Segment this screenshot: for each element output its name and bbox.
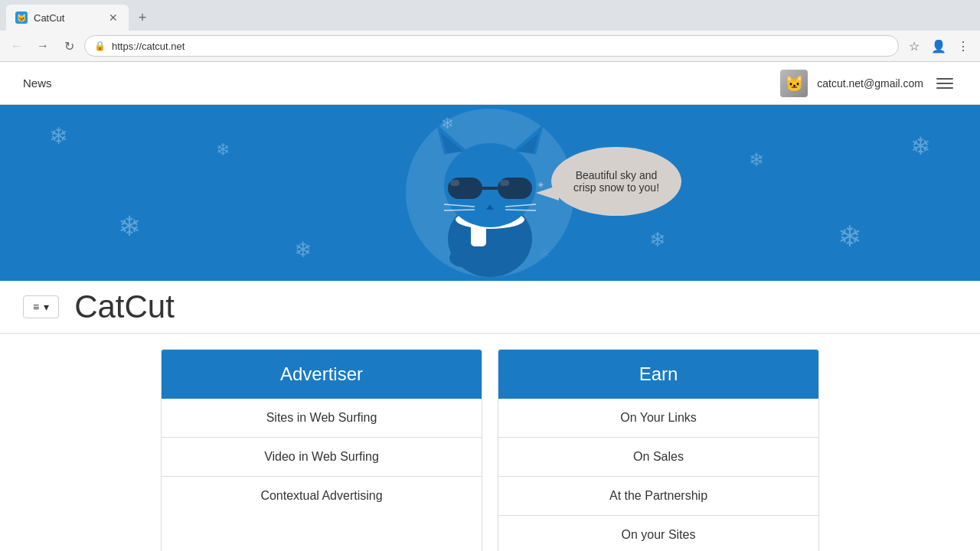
- main-content: Advertiser Sites in Web Surfing Video in…: [0, 349, 980, 551]
- earn-card-header: Earn: [498, 350, 818, 399]
- reload-button[interactable]: ↻: [58, 35, 80, 57]
- hamburger-menu-button[interactable]: [933, 71, 957, 96]
- site-header: News 🐱 catcut.net@gmail.com: [0, 62, 980, 105]
- earn-item-2[interactable]: On Sales: [498, 438, 818, 477]
- snowflake-icon: ❄: [216, 140, 230, 160]
- nav-strip: ≡ ▾ CatCut: [0, 281, 980, 334]
- bookmark-button[interactable]: ☆: [903, 35, 925, 57]
- browser-tab[interactable]: 🐱 CatCut ✕: [6, 5, 129, 31]
- speech-bubble: Beautiful sky and crisp snow to you!: [551, 147, 681, 216]
- svg-rect-11: [450, 180, 459, 186]
- snowflake-icon: ❄: [649, 228, 666, 252]
- advertiser-card-header: Advertiser: [162, 350, 482, 399]
- svg-line-16: [444, 210, 475, 210]
- hero-banner: ❄ ❄ ❄ ❄ ❄ ❄ ❄ ❄ ❄ ❄: [0, 105, 980, 281]
- site-title: CatCut: [74, 289, 175, 325]
- tab-title: CatCut: [34, 12, 101, 24]
- user-email: catcut.net@gmail.com: [817, 77, 923, 90]
- svg-text:✳: ✳: [537, 181, 544, 189]
- advertiser-item-1[interactable]: Sites in Web Surfing: [162, 399, 482, 438]
- cards-grid: Advertiser Sites in Web Surfing Video in…: [161, 349, 819, 551]
- snowflake-icon: ❄: [749, 149, 764, 171]
- title-bar: 🐱 CatCut ✕ +: [0, 0, 980, 31]
- snowflake-icon: ❄: [49, 122, 68, 149]
- snowflake-icon: ❄: [294, 237, 312, 262]
- security-icon: 🔒: [94, 41, 106, 51]
- hamburger-line-1: [936, 78, 953, 80]
- advertiser-card: Advertiser Sites in Web Surfing Video in…: [161, 349, 482, 551]
- page-content: News 🐱 catcut.net@gmail.com ❄ ❄ ❄ ❄ ❄ ❄ …: [0, 62, 980, 551]
- earn-card: Earn On Your Links On Sales At the Partn…: [498, 349, 819, 551]
- news-nav-link[interactable]: News: [23, 77, 52, 90]
- address-bar[interactable]: 🔒 https://catcut.net: [84, 35, 899, 57]
- avatar-image: 🐱: [780, 70, 808, 97]
- hamburger-line-3: [936, 87, 953, 89]
- svg-point-19: [449, 249, 477, 267]
- earn-item-3[interactable]: At the Partnership: [498, 477, 818, 516]
- profile-button[interactable]: 👤: [928, 35, 949, 57]
- snowflake-icon: ❄: [118, 210, 141, 243]
- snowflake-icon: ❄: [838, 220, 862, 253]
- new-tab-button[interactable]: +: [132, 7, 153, 28]
- user-avatar: 🐱: [780, 70, 808, 97]
- back-button[interactable]: ←: [6, 35, 28, 57]
- earn-item-1[interactable]: On Your Links: [498, 399, 818, 438]
- speech-bubble-text: Beautiful sky and crisp snow to you!: [573, 169, 659, 194]
- hamburger-line-2: [936, 83, 953, 84]
- advertiser-item-2[interactable]: Video in Web Surfing: [162, 438, 482, 477]
- forward-button[interactable]: →: [32, 35, 54, 57]
- earn-item-4[interactable]: On your Sites: [498, 516, 818, 551]
- browser-chrome: 🐱 CatCut ✕ + ← → ↻ 🔒 https://catcut.net …: [0, 0, 980, 62]
- browser-toolbar: ← → ↻ 🔒 https://catcut.net ☆ 👤 ⋮: [0, 31, 980, 62]
- menu-button[interactable]: ⋮: [952, 35, 974, 57]
- svg-line-18: [505, 210, 536, 210]
- tab-favicon: 🐱: [15, 11, 28, 24]
- tab-close-button[interactable]: ✕: [107, 11, 119, 24]
- nav-menu-arrow: ▾: [44, 301, 49, 313]
- snowflake-icon: ❄: [910, 132, 931, 161]
- banner-center: ✳ Beautiful sky and crisp snow to you!: [421, 109, 559, 277]
- advertiser-item-3[interactable]: Contextual Advertising: [162, 477, 482, 515]
- url-text: https://catcut.net: [112, 41, 185, 52]
- nav-menu-icon: ≡: [33, 301, 39, 313]
- svg-rect-12: [500, 180, 509, 186]
- user-area: 🐱 catcut.net@gmail.com: [780, 70, 957, 97]
- nav-menu-button[interactable]: ≡ ▾: [23, 295, 59, 318]
- toolbar-actions: ☆ 👤 ⋮: [903, 35, 974, 57]
